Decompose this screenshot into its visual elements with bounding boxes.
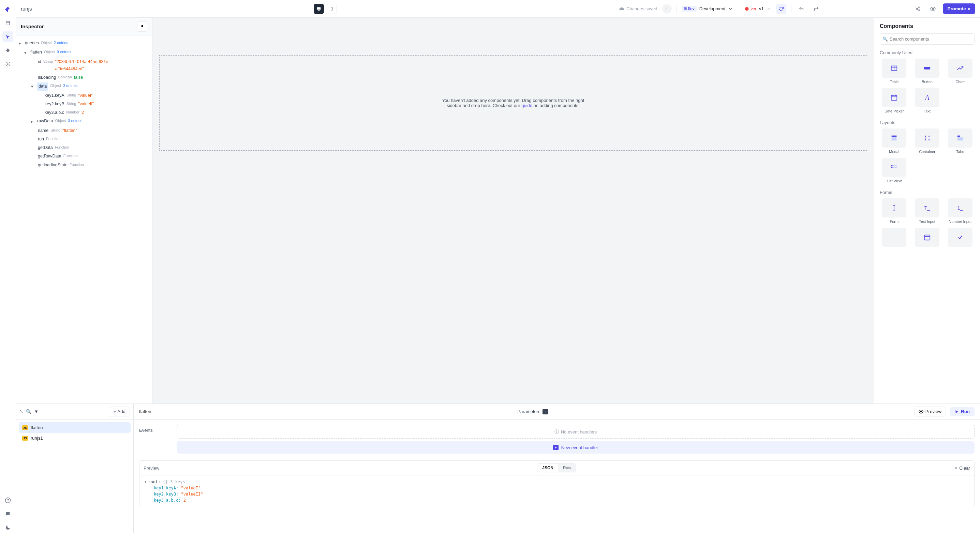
- svg-rect-20: [924, 67, 930, 69]
- js-badge-icon: JS: [22, 425, 28, 430]
- raw-tab[interactable]: Raw: [558, 464, 576, 472]
- env-selector[interactable]: ⊞ Env Development: [682, 6, 733, 11]
- theme-icon[interactable]: [2, 522, 13, 533]
- component-numberinput[interactable]: 1_Number Input: [945, 198, 975, 224]
- version-selector[interactable]: ver v1: [745, 6, 771, 11]
- inspector-header: Inspector: [16, 18, 152, 35]
- section-layouts: Layouts: [880, 120, 975, 125]
- new-event-handler-button[interactable]: +New event handler: [177, 441, 975, 454]
- svg-point-46: [920, 411, 922, 412]
- env-badge: ⊞ Env: [682, 6, 697, 11]
- caret-down-icon[interactable]: ▾: [31, 83, 35, 90]
- help-icon[interactable]: [2, 495, 13, 506]
- json-tab[interactable]: JSON: [538, 464, 558, 472]
- component-text[interactable]: AText: [913, 88, 942, 113]
- canvas-dropzone[interactable]: You haven't added any components yet. Dr…: [159, 55, 867, 151]
- gear-icon[interactable]: [2, 59, 13, 70]
- parameters-button[interactable]: Parameters+: [517, 409, 547, 414]
- svg-rect-39: [893, 165, 897, 166]
- no-event-handlers: ⓘNo event handlers: [177, 425, 975, 439]
- pin-button[interactable]: [137, 21, 147, 32]
- svg-rect-38: [891, 167, 893, 168]
- run-button[interactable]: Run: [950, 407, 975, 416]
- svg-point-13: [918, 10, 920, 11]
- undo-icon[interactable]: [796, 4, 807, 14]
- user-avatar[interactable]: I: [662, 4, 672, 14]
- clear-button[interactable]: ✕ Clear: [954, 466, 970, 471]
- svg-point-16: [932, 8, 934, 10]
- svg-rect-21: [891, 95, 897, 100]
- svg-rect-0: [6, 21, 10, 25]
- redo-icon[interactable]: [811, 4, 821, 14]
- svg-rect-44: [924, 235, 930, 240]
- query-item-runjs1[interactable]: JSrunjs1: [19, 433, 130, 443]
- collapse-icon[interactable]: ⤡: [19, 409, 23, 414]
- search-icon: 🔍: [883, 36, 888, 41]
- query-name: flatten: [139, 409, 151, 414]
- component-table[interactable]: Table: [880, 59, 909, 84]
- share-icon[interactable]: [913, 4, 923, 14]
- add-query-button[interactable]: +Add: [109, 406, 130, 416]
- chevron-down-icon: [767, 6, 771, 11]
- preview-box: Preview JSON Raw ✕ Clear ▾root: {} 3 key…: [139, 460, 975, 507]
- query-editor: flatten Parameters+ Preview Run Events ⓘ…: [134, 404, 980, 533]
- svg-point-6: [7, 63, 8, 65]
- component-listview[interactable]: List View: [880, 158, 909, 183]
- component-textinput[interactable]: T_Text Input: [913, 198, 942, 224]
- comment-icon[interactable]: [2, 508, 13, 519]
- events-label: Events: [139, 425, 166, 433]
- component-modal[interactable]: Modal: [880, 128, 909, 154]
- component-tabs[interactable]: Tabs: [945, 128, 975, 154]
- sync-button[interactable]: [776, 4, 786, 14]
- components-panel: Components 🔍 Commonly Used Table Button …: [874, 18, 980, 403]
- pages-icon[interactable]: [2, 18, 13, 29]
- caret-down-icon[interactable]: ▾: [144, 479, 146, 484]
- component-container[interactable]: Container: [913, 128, 942, 154]
- component-datepicker[interactable]: Date Picker: [880, 88, 909, 113]
- close-icon: ✕: [954, 466, 958, 471]
- preview-title: Preview: [143, 466, 159, 471]
- svg-rect-26: [892, 137, 897, 140]
- svg-rect-35: [957, 136, 959, 137]
- save-status: Changes saved: [619, 6, 657, 11]
- app-name: runjs: [21, 6, 32, 11]
- inspector-tree: ▾queries Object 2 entries ▾flatten Objec…: [16, 35, 152, 403]
- component-button[interactable]: Button: [913, 59, 942, 84]
- components-search-input[interactable]: [880, 33, 975, 44]
- caret-down-icon[interactable]: ▾: [19, 40, 23, 48]
- mobile-view-icon[interactable]: [327, 4, 337, 14]
- inspector-title: Inspector: [21, 24, 44, 29]
- cursor-icon[interactable]: [2, 31, 13, 42]
- preview-body: ▾root: {} 3 keys key1.keyA: "valueI" key…: [140, 475, 974, 507]
- section-commonly-used: Commonly Used: [880, 50, 975, 55]
- filter-icon[interactable]: ▼: [34, 409, 38, 414]
- bug-icon[interactable]: [2, 45, 13, 56]
- preview-mode-toggle[interactable]: JSON Raw: [537, 463, 576, 472]
- query-item-flatten[interactable]: JSflatten: [19, 422, 130, 433]
- svg-rect-36: [957, 137, 963, 140]
- caret-down-icon[interactable]: ▾: [24, 49, 28, 57]
- guide-link[interactable]: guide: [521, 103, 532, 108]
- left-rail: [0, 0, 16, 533]
- eye-icon[interactable]: [928, 4, 938, 14]
- svg-marker-47: [956, 410, 958, 413]
- component-extra3[interactable]: [945, 228, 975, 247]
- promote-button[interactable]: Promote »: [943, 3, 975, 14]
- query-list: ⤡ 🔍 ▼ +Add JSflatten JSrunjs1: [16, 404, 134, 533]
- svg-point-11: [918, 7, 920, 8]
- svg-rect-8: [317, 7, 321, 10]
- component-extra1[interactable]: [880, 228, 909, 247]
- caret-right-icon[interactable]: ▸: [31, 118, 35, 125]
- svg-rect-25: [892, 136, 897, 137]
- logo-icon[interactable]: [2, 4, 13, 15]
- component-extra2[interactable]: [913, 228, 942, 247]
- svg-rect-37: [891, 165, 893, 167]
- info-icon: ⓘ: [554, 429, 559, 435]
- search-icon[interactable]: 🔍: [26, 409, 31, 414]
- svg-rect-10: [331, 7, 333, 10]
- component-form[interactable]: Form: [880, 198, 909, 224]
- component-chart[interactable]: Chart: [945, 59, 975, 84]
- desktop-view-icon[interactable]: [314, 4, 324, 14]
- preview-button[interactable]: Preview: [914, 406, 946, 416]
- canvas[interactable]: You haven't added any components yet. Dr…: [153, 18, 874, 403]
